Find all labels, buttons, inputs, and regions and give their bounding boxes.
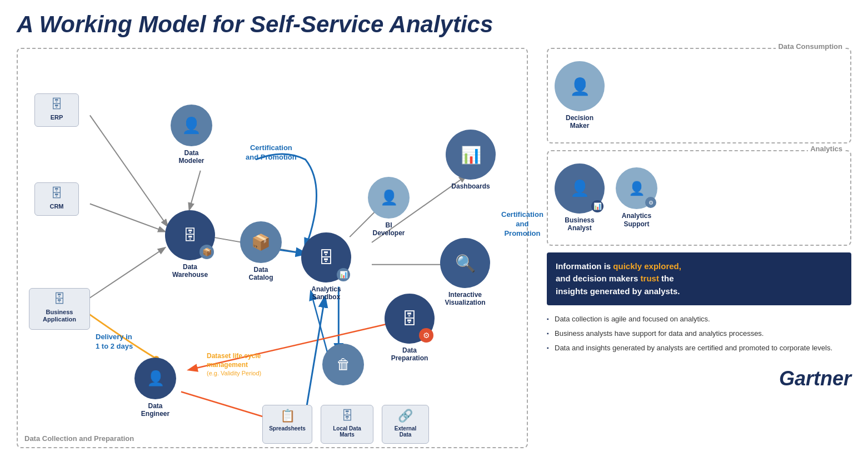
- crm-icon: 🗄: [51, 186, 63, 201]
- analytics-box: Analytics 👤 📊 BusinessAnalyst 👤 ⚙: [547, 150, 851, 246]
- cert-promotion-right-label: Certificationand Promotion: [501, 210, 543, 239]
- bi-developer-node: 👤 BIDeveloper: [368, 177, 410, 237]
- cert-promotion-left-label: Certificationand Promotion: [246, 143, 297, 162]
- bullet-3: Data and insights generated by analysts …: [547, 341, 851, 355]
- analytics-support-label: AnalyticsSupport: [622, 212, 651, 228]
- trash-node: 🗑: [322, 344, 364, 385]
- data-warehouse-node: 🗄 📦 DataWarehouse: [165, 210, 215, 279]
- erp-box: 🗄 ERP: [34, 93, 79, 127]
- analytics-support-node: 👤 ⚙ AnalyticsSupport: [616, 167, 657, 228]
- decision-maker-label: DecisionMaker: [566, 114, 593, 130]
- bottom-section-label: Data Collection and Preparation: [24, 434, 134, 443]
- business-app-box: 🗄 BusinessApplication: [29, 288, 90, 330]
- data-catalog-node: 📦 DataCatalog: [240, 221, 282, 282]
- consumption-nodes: 👤 DecisionMaker: [555, 56, 844, 136]
- bullet-2: Business analysts have support for data …: [547, 326, 851, 341]
- dataset-lifecycle-label: Dataset life cyclemanagement(e.g. Validi…: [207, 352, 261, 378]
- consumption-title: Data Consumption: [776, 42, 845, 51]
- data-catalog-circle: 📦: [240, 221, 282, 263]
- analytics-support-circle: 👤 ⚙: [616, 167, 657, 209]
- business-analyst-node: 👤 📊 BusinessAnalyst: [555, 163, 605, 232]
- svg-line-2: [90, 248, 164, 298]
- svg-line-0: [90, 115, 167, 226]
- data-warehouse-circle: 🗄 📦: [165, 210, 215, 260]
- interactive-viz-circle: 🔍: [440, 238, 490, 288]
- page-title: A Working Model for Self-Service Analyti…: [17, 11, 851, 38]
- dashboards-node: 📊 Dashboards: [446, 130, 496, 190]
- analytics-nodes: 👤 📊 BusinessAnalyst 👤 ⚙ AnalyticsSupport: [555, 158, 844, 238]
- bullet-1: Data collection is agile and focused on …: [547, 312, 851, 326]
- page: A Working Model for Self-Service Analyti…: [0, 0, 868, 466]
- interactive-viz-node: 🔍 InteractiveVisualization: [440, 238, 490, 307]
- data-modeler-node: 👤 DataModeler: [171, 105, 212, 165]
- highlight-quickly: quickly explored,: [613, 261, 681, 271]
- external-data-icon: 🔗: [398, 409, 413, 423]
- bi-developer-circle: 👤: [368, 177, 410, 219]
- business-analyst-label: BusinessAnalyst: [565, 216, 594, 232]
- business-app-icon: 🗄: [53, 292, 66, 306]
- data-prep-node: 🗄 ⚙ DataPreparation: [385, 294, 435, 363]
- delivery-label: Delivery in1 to 2 days: [96, 333, 133, 351]
- decision-maker-circle: 👤: [555, 61, 605, 111]
- left-diagram: 🗄 ERP 🗄 CRM 🗄 BusinessApplication 👤 Data…: [17, 48, 528, 448]
- erp-icon: 🗄: [51, 97, 63, 112]
- highlight-trust: trust: [641, 274, 659, 283]
- data-prep-circle: 🗄 ⚙: [385, 294, 435, 344]
- data-modeler-circle: 👤: [171, 105, 212, 146]
- bullet-list: Data collection is agile and focused on …: [547, 312, 851, 356]
- gartner-logo: Gartner: [547, 367, 851, 390]
- analytics-title: Analytics: [808, 145, 845, 153]
- svg-line-12: [181, 392, 272, 420]
- dashboards-circle: 📊: [446, 130, 496, 180]
- consumption-box: Data Consumption 👤 DecisionMaker: [547, 48, 851, 143]
- spreadsheets-icon: 📋: [280, 409, 295, 423]
- trash-circle: 🗑: [322, 344, 364, 385]
- data-engineer-circle: 👤: [134, 358, 176, 399]
- external-data-box: 🔗 External Data: [382, 405, 429, 444]
- business-analyst-circle: 👤 📊: [555, 163, 605, 214]
- svg-line-4: [189, 171, 201, 210]
- data-engineer-node: 👤 DataEngineer: [134, 358, 176, 418]
- decision-maker-node: 👤 DecisionMaker: [555, 61, 605, 130]
- analytics-sandbox-circle: 🗄 📊: [301, 232, 351, 282]
- right-panel: Data Consumption 👤 DecisionMaker Analyti…: [541, 48, 851, 448]
- svg-line-1: [90, 204, 164, 231]
- local-data-marts-box: 🗄 Local Data Marts: [321, 405, 373, 444]
- analytics-sandbox-node: 🗄 📊 AnalyticsSandbox: [301, 232, 351, 301]
- info-box: Information is quickly explored, and dec…: [547, 252, 851, 306]
- spreadsheets-box: 📋 Spreadsheets: [262, 405, 312, 444]
- crm-box: 🗄 CRM: [34, 182, 79, 216]
- local-data-marts-icon: 🗄: [341, 409, 353, 423]
